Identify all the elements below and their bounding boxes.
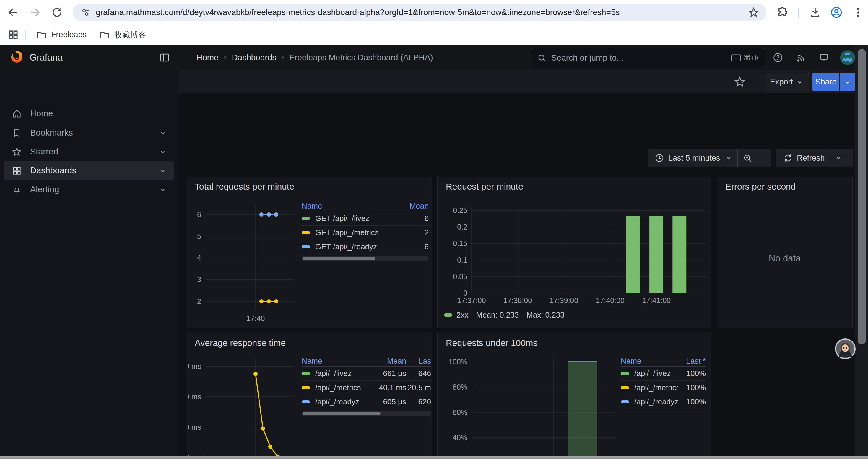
series-color-pill[interactable] [302, 386, 310, 389]
legend-col-last[interactable]: Las [406, 357, 431, 366]
series-name[interactable]: 2xx [457, 310, 468, 320]
sidebar-item-label: Bookmarks [30, 128, 159, 138]
series-name[interactable]: GET /api/_/livez [315, 214, 396, 223]
sidebar-item-label: Alerting [30, 185, 159, 194]
site-settings-icon[interactable] [80, 7, 90, 18]
series-name[interactable]: /api/_/metrics [634, 383, 678, 392]
legend-row: /api/_/livez 100% [621, 366, 706, 381]
share-button[interactable]: Share [812, 73, 839, 91]
zoom-out-button[interactable] [738, 149, 757, 167]
favorite-star-icon[interactable] [734, 76, 746, 88]
time-range-picker[interactable]: Last 5 minutes [648, 149, 737, 167]
refresh-interval-button[interactable] [830, 149, 847, 167]
panel-title[interactable]: Total requests per minute [195, 182, 294, 192]
panel-title[interactable]: Errors per second [725, 182, 796, 192]
star-icon [12, 147, 22, 157]
apps-grid-icon[interactable] [8, 29, 19, 40]
chevron-down-icon[interactable] [159, 129, 167, 137]
series-name[interactable]: /api/_/livez [634, 369, 678, 378]
svg-text:40%: 40% [453, 433, 467, 441]
panel-title[interactable]: Average response time [195, 338, 286, 348]
page-scrollbar[interactable] [855, 45, 868, 459]
chevron-down-icon[interactable] [159, 186, 167, 193]
reload-icon[interactable] [51, 6, 63, 19]
breadcrumb-dashboards[interactable]: Dashboards [231, 53, 276, 62]
breadcrumb-home[interactable]: Home [196, 53, 219, 62]
legend-col-name[interactable]: Name [302, 201, 396, 210]
legend-row: /api/_/metrics 100% [621, 381, 706, 395]
series-name[interactable]: GET /api/_/readyz [315, 242, 396, 251]
grafana-logo[interactable] [9, 49, 25, 65]
refresh-button[interactable]: Refresh [776, 149, 830, 167]
bookmark-icon [12, 128, 22, 138]
scrollbar-thumb[interactable] [303, 412, 380, 415]
sidebar-item-label: Starred [30, 147, 159, 157]
share-menu-button[interactable] [840, 73, 855, 91]
requests-under-100ms-chart[interactable]: 100%80%60%40%20%0%17:40 [442, 356, 631, 459]
legend-col-name[interactable]: Name [621, 357, 678, 366]
series-last: 620 [406, 397, 431, 406]
collapse-sidebar-icon[interactable] [159, 52, 170, 63]
series-name[interactable]: /api/_/livez [315, 369, 368, 378]
browser-menu-icon[interactable] [852, 6, 864, 19]
legend-col-name[interactable]: Name [302, 357, 368, 366]
scrollbar-thumb[interactable] [303, 257, 375, 260]
bell-icon [12, 185, 22, 195]
sidebar-item-bookmarks[interactable]: Bookmarks [4, 124, 174, 142]
profile-icon[interactable] [830, 6, 843, 19]
series-color-pill[interactable] [302, 217, 310, 220]
sidebar-item-home[interactable]: Home [4, 104, 174, 123]
extensions-icon[interactable] [776, 6, 789, 19]
series-color-pill[interactable] [302, 372, 310, 375]
series-name[interactable]: GET /api/_/metrics [315, 228, 396, 237]
display-kiosk-icon[interactable] [819, 53, 829, 63]
export-button[interactable]: Export [765, 73, 809, 91]
back-icon[interactable] [7, 6, 20, 19]
legend-col-last[interactable]: Last * [678, 357, 706, 366]
user-avatar[interactable] [840, 50, 855, 65]
chevron-down-icon[interactable] [159, 167, 167, 174]
svg-text:17:40: 17:40 [246, 314, 265, 323]
series-name[interactable]: /api/_/readyz [315, 397, 368, 406]
series-name[interactable]: /api/_/metrics [315, 383, 368, 392]
bookmark-label: 收藏博客 [114, 30, 146, 40]
bookmark-folder-blogs[interactable]: 收藏博客 [99, 30, 146, 40]
panel-requests-under-100ms: Requests under 100ms 100%80%60%40%20%0%1… [437, 333, 711, 459]
bookmark-folder-freeleaps[interactable]: Freeleaps [36, 30, 87, 40]
search-input[interactable]: Search or jump to... ⌘+k [531, 48, 765, 67]
average-response-time-chart[interactable]: 80 ms60 ms40 ms20 ms0 s17:40 [188, 356, 309, 459]
chevron-down-icon[interactable] [159, 148, 167, 156]
downloads-icon[interactable] [809, 6, 821, 19]
svg-text:0.05: 0.05 [453, 272, 467, 281]
help-icon[interactable] [773, 53, 783, 63]
legend-header: Name Mean Las [302, 356, 431, 366]
address-bar[interactable]: grafana.mathmast.com/d/deytv4rwavabkb/fr… [73, 4, 766, 21]
dashboards-icon [12, 166, 22, 176]
total-requests-chart[interactable]: 6543217:40 [188, 201, 309, 327]
series-color-pill[interactable] [621, 400, 629, 403]
series-color-pill[interactable] [621, 386, 629, 389]
panel-title[interactable]: Requests under 100ms [446, 338, 537, 348]
series-color-pill[interactable] [302, 231, 310, 234]
sidebar-item-alerting[interactable]: Alerting [4, 180, 174, 199]
toolbar-divider [760, 75, 760, 89]
sidebar-item-dashboards[interactable]: Dashboards [4, 161, 174, 180]
legend-scrollbar[interactable] [302, 411, 431, 416]
url-text: grafana.mathmast.com/d/deytv4rwavabkb/fr… [96, 8, 741, 17]
series-name[interactable]: /api/_/readyz [634, 397, 678, 406]
legend-col-mean[interactable]: Mean [368, 357, 406, 366]
series-color-pill[interactable] [444, 314, 452, 317]
sidebar-item-starred[interactable]: Starred [4, 142, 174, 161]
bookmark-star-icon[interactable] [748, 7, 759, 18]
scrollbar-thumb[interactable] [858, 49, 866, 345]
request-per-minute-chart[interactable]: 0.250.20.150.10.05017:37:0017:38:0017:39… [442, 201, 708, 308]
series-color-pill[interactable] [621, 372, 629, 375]
legend-col-mean[interactable]: Mean [396, 201, 429, 210]
floating-assistant-avatar[interactable] [835, 338, 856, 359]
panel-title[interactable]: Request per minute [446, 182, 523, 192]
forward-icon[interactable] [29, 6, 41, 19]
series-color-pill[interactable] [302, 400, 310, 403]
news-rss-icon[interactable] [796, 53, 806, 63]
series-color-pill[interactable] [302, 245, 310, 249]
legend-scrollbar[interactable] [302, 256, 429, 261]
